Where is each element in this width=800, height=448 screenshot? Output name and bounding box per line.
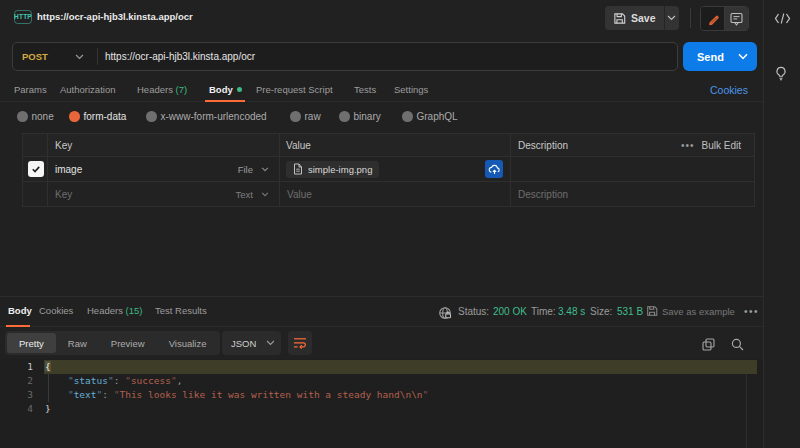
code-gutter: 1234	[0, 360, 33, 416]
tab-settings[interactable]: Settings	[394, 84, 428, 95]
more-options-icon[interactable]: •••	[681, 140, 695, 151]
size-value: 531 B	[617, 306, 643, 317]
key-column-header: Key	[48, 134, 280, 156]
response-meta: Status: 200 OK Time: 3.48 s Size: 531 B …	[0, 297, 763, 326]
file-chip[interactable]: simple-img.png	[286, 161, 379, 178]
radio-graphql[interactable]: GraphQL	[402, 111, 458, 122]
key-cell: image File	[48, 157, 280, 181]
editor-scrollbar[interactable]	[746, 374, 747, 448]
lightbulb-icon[interactable]	[774, 66, 788, 81]
active-tab-underline	[205, 100, 245, 102]
bulk-edit-button[interactable]: Bulk Edit	[702, 140, 741, 151]
request-title: https://ocr-api-hjb3l.kinsta.app/ocr	[37, 11, 193, 22]
key-input-placeholder[interactable]: Key	[55, 189, 72, 200]
description-input-placeholder[interactable]: Description	[518, 189, 568, 200]
row-checkbox[interactable]	[28, 161, 44, 177]
checkbox-cell	[23, 157, 48, 181]
value-input-placeholder[interactable]: Value	[286, 189, 312, 200]
response-body-editor[interactable]: 1234 { "status": "success", "text": "Thi…	[0, 359, 763, 448]
network-icon[interactable]	[438, 306, 452, 320]
code-line: }	[44, 402, 757, 416]
radio-icon	[290, 111, 301, 122]
chevron-down-icon	[667, 15, 676, 21]
save-options-button[interactable]	[664, 6, 679, 30]
view-visualize[interactable]: Visualize	[157, 333, 219, 353]
wrap-text-button[interactable]	[288, 331, 312, 355]
radio-none[interactable]: none	[17, 111, 54, 122]
chevron-down-icon	[75, 54, 84, 60]
radio-icon	[339, 111, 350, 122]
save-as-example-button[interactable]: Save as example	[662, 306, 735, 317]
radio-x-www-form-urlencoded[interactable]: x-www-form-urlencoded	[146, 111, 267, 122]
size-label: Size:	[590, 306, 612, 317]
view-preview[interactable]: Preview	[99, 333, 157, 353]
copy-icon[interactable]	[702, 338, 715, 351]
comment-button[interactable]	[724, 7, 748, 30]
status-value: 200 OK	[493, 306, 527, 317]
method-select[interactable]: POST	[13, 43, 97, 70]
line-number: 2	[0, 374, 33, 388]
code-snippet-icon[interactable]	[774, 12, 791, 25]
search-icon[interactable]	[731, 338, 744, 351]
tab-headers[interactable]: Headers (7)	[137, 84, 187, 95]
radio-raw[interactable]: raw	[290, 111, 321, 122]
pencil-icon	[706, 12, 720, 26]
http-method-badge: HTTP	[14, 10, 32, 24]
cloud-upload-icon	[488, 164, 501, 175]
response-more-options-icon[interactable]: •••	[744, 306, 759, 317]
save-button-label: Save	[631, 12, 656, 24]
code-token: :	[114, 375, 125, 386]
tab-params[interactable]: Params	[14, 84, 47, 95]
tab-body[interactable]: Body	[209, 84, 242, 95]
tab-authorization[interactable]: Authorization	[60, 84, 115, 95]
edit-comment-group	[700, 6, 749, 31]
check-icon	[31, 164, 41, 174]
line-number: 4	[0, 402, 33, 416]
edit-button[interactable]	[701, 7, 724, 30]
key-cell-value[interactable]: image	[55, 164, 82, 175]
table-header-row: Key Value Description ••• Bulk Edit	[23, 134, 754, 156]
tab-tests[interactable]: Tests	[354, 84, 376, 95]
view-pretty[interactable]: Pretty	[7, 333, 56, 353]
response-toolbar: Pretty Raw Preview Visualize JSON	[0, 327, 763, 359]
body-type-options: none form-data x-www-form-urlencoded raw…	[0, 104, 763, 128]
url-input[interactable]: https://ocr-api-hjb3l.kinsta.app/ocr	[98, 51, 255, 62]
url-input-box: POST https://ocr-api-hjb3l.kinsta.app/oc…	[12, 42, 678, 71]
code-line: "text": "This looks like it was written …	[44, 388, 757, 402]
response-tabs: Body Cookies Headers (15) Test Results S…	[0, 297, 763, 327]
chevron-down-icon	[266, 340, 275, 346]
save-icon	[613, 12, 626, 25]
key-type-select[interactable]: Text	[236, 189, 269, 200]
code-token: This looks like it was written with a st…	[119, 389, 422, 400]
description-cell[interactable]	[511, 157, 754, 181]
tab-pre-request-script[interactable]: Pre-request Script	[256, 84, 333, 95]
code-lines: { "status": "success", "text": "This loo…	[44, 360, 757, 416]
table-header-actions: ••• Bulk Edit	[681, 140, 741, 151]
format-select[interactable]: JSON	[222, 331, 281, 355]
radio-icon	[69, 111, 80, 122]
code-token: status	[74, 375, 108, 386]
radio-binary[interactable]: binary	[339, 111, 381, 122]
send-button[interactable]: Send	[683, 42, 757, 71]
radio-form-data[interactable]: form-data	[69, 111, 126, 122]
line-number: 3	[0, 388, 33, 402]
table-row: image File simple-img.png	[23, 156, 754, 181]
key-type-select[interactable]: File	[238, 164, 269, 175]
upload-file-button[interactable]	[485, 160, 503, 178]
view-mode-switch: Pretty Raw Preview Visualize	[5, 331, 220, 355]
key-cell: Key Text	[48, 182, 280, 206]
code-token: :	[102, 389, 113, 400]
select-all-cell	[23, 134, 48, 156]
code-token: success	[131, 375, 171, 386]
method-select-value: POST	[22, 51, 48, 62]
save-button[interactable]: Save	[605, 6, 664, 30]
chevron-down-icon	[738, 53, 748, 60]
request-tabs: Params Authorization Headers (7) Body Pr…	[0, 80, 763, 102]
file-chip-label: simple-img.png	[308, 164, 372, 175]
view-raw[interactable]: Raw	[56, 333, 99, 353]
save-button-group: Save	[605, 6, 679, 30]
format-select-value: JSON	[231, 338, 256, 349]
topbar-divider	[690, 8, 691, 28]
cookies-link[interactable]: Cookies	[710, 84, 748, 96]
code-token: text	[74, 389, 97, 400]
